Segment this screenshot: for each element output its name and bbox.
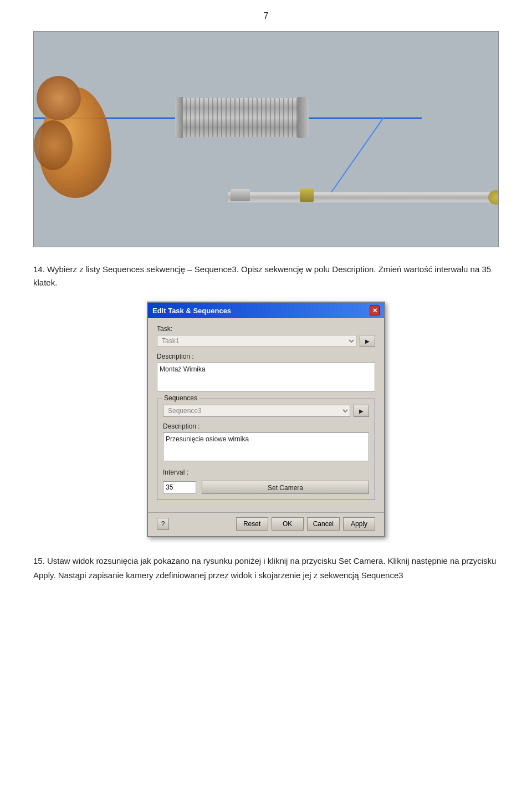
interval-label: Interval :	[163, 468, 369, 476]
help-button[interactable]: ?	[157, 518, 169, 530]
sequence-play-button[interactable]: ▶	[354, 405, 369, 417]
coil-top	[37, 76, 81, 120]
interval-input[interactable]	[163, 481, 196, 493]
coil-side	[34, 120, 73, 170]
reset-button[interactable]: Reset	[236, 517, 268, 531]
task-select[interactable]: Task1	[157, 335, 356, 347]
instruction-step15: 15. Ustaw widok rozsunięcia jak pokazano…	[33, 554, 499, 582]
page-number: 7	[33, 11, 499, 21]
task-label: Task:	[157, 325, 375, 333]
seq-description-label: Description :	[163, 422, 369, 430]
cad-screenshot	[33, 31, 499, 247]
apply-button[interactable]: Apply	[343, 517, 375, 531]
dialog-body: Task: Task1 ▶ Description : Sequences Se…	[148, 318, 384, 512]
cancel-button[interactable]: Cancel	[307, 517, 340, 531]
sequence-select[interactable]: Sequence3	[163, 405, 350, 417]
coil-assembly	[34, 65, 122, 220]
shaft-end-cap	[488, 190, 499, 205]
cylinder-cap-left	[175, 97, 183, 138]
ok-button[interactable]: OK	[272, 517, 304, 531]
sequence-row: Sequence3 ▶	[163, 405, 369, 417]
dialog-title: Edit Task & Sequences	[152, 307, 231, 315]
shaft-connector-1	[231, 189, 250, 201]
shaft	[228, 192, 494, 202]
scene-canvas	[34, 32, 498, 247]
edit-task-sequences-dialog: Edit Task & Sequences ✕ Task: Task1 ▶ De…	[147, 302, 385, 537]
blue-line-diagonal	[326, 118, 384, 200]
task-play-button[interactable]: ▶	[360, 335, 375, 347]
sequences-section-label: Sequences	[162, 394, 200, 402]
sequences-section: Sequences Sequence3 ▶ Description : Inte…	[157, 399, 375, 500]
cylinder-threads	[178, 98, 300, 137]
dialog-close-button[interactable]: ✕	[370, 305, 380, 315]
set-camera-button[interactable]: Set Camera	[202, 481, 369, 494]
instruction-step14: 14. Wybierz z listy Sequences sekwencję …	[33, 263, 499, 289]
seq-description-input[interactable]	[163, 432, 369, 461]
task-description-label: Description :	[157, 353, 375, 360]
dialog-wrapper: Edit Task & Sequences ✕ Task: Task1 ▶ De…	[33, 302, 499, 537]
interval-row: Set Camera	[163, 481, 369, 494]
task-description-input[interactable]	[157, 363, 375, 391]
dialog-titlebar: Edit Task & Sequences ✕	[148, 303, 384, 318]
shaft-connector-2	[300, 188, 314, 202]
dialog-footer: ? Reset OK Cancel Apply	[148, 512, 384, 536]
cylinder-cap-right	[298, 97, 309, 138]
task-row: Task1 ▶	[157, 335, 375, 347]
